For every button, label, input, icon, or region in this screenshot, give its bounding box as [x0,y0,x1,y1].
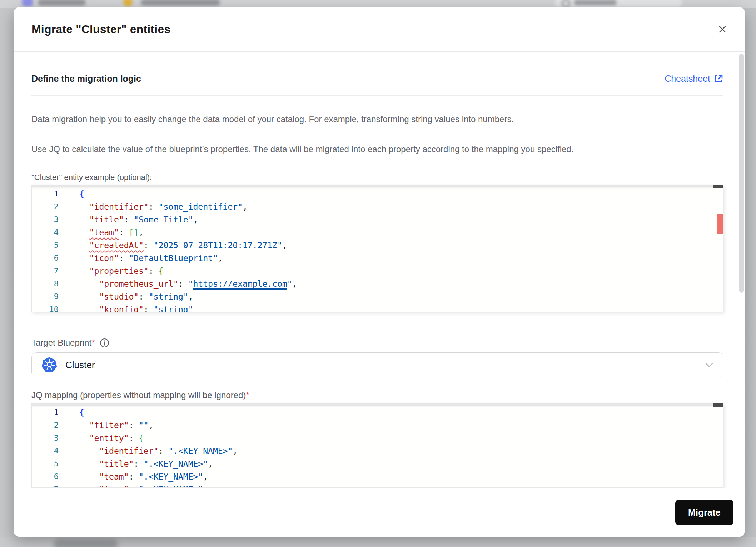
line-number: 1 [32,406,76,419]
code-line: 7 "icon": ".<KEY_NAME>", [32,483,713,488]
code-line: 2 "filter": "", [32,419,713,432]
close-button[interactable] [716,23,728,35]
description-paragraph: Use JQ to calculate the value of the blu… [31,143,723,155]
line-number: 5 [32,457,76,470]
code-line: 3 "title": "Some Title", [32,213,713,226]
editor-scrollbar-thumb[interactable] [713,403,723,407]
migrate-entities-modal: Migrate "Cluster" entities Define the mi… [14,7,745,537]
jq-mapping-label: JQ mapping (properties without mapping w… [31,390,723,401]
cheatsheet-link[interactable]: Cheatsheet [665,73,723,84]
kubernetes-icon [42,357,57,372]
editor-scrollbar-thumb[interactable] [713,185,723,188]
error-marker [717,214,723,234]
code-lines: 1{2 "identifier": "some_identifier",3 "t… [32,187,713,312]
section-heading: Define the migration logic [31,73,141,84]
background-page-bottom [0,537,756,547]
line-number: 3 [32,432,76,445]
code-text: "studio": "string", [76,290,193,303]
line-number: 5 [32,239,76,252]
code-line: 2 "identifier": "some_identifier", [32,200,713,213]
background-search-text [574,0,617,5]
code-text: "icon": "DefaultBlueprint", [76,252,223,265]
editor-overview-ruler [713,185,723,312]
close-icon [717,24,728,35]
code-line: 7 "properties": { [32,265,713,277]
modal-header: Migrate "Cluster" entities [14,7,745,52]
line-number: 4 [32,445,76,457]
code-text: "icon": ".<KEY_NAME>", [76,483,208,488]
line-number: 2 [32,419,76,432]
code-line: 8 "prometheus_url": "https://example.com… [32,277,713,290]
jq-mapping-code-editor[interactable]: 1{2 "filter": "",3 "entity": {4 "identif… [31,403,723,488]
code-text: "filter": "", [76,419,154,432]
cheatsheet-label: Cheatsheet [665,73,710,84]
code-text: { [76,187,84,200]
line-number: 9 [32,290,76,303]
target-blueprint-value: Cluster [65,360,95,371]
screen: Migrate "Cluster" entities Define the mi… [0,0,756,547]
description-paragraph: Data migration help you to easily change… [31,113,723,125]
line-number: 4 [32,226,76,239]
modal-body: Define the migration logic Cheatsheet Da… [14,73,745,488]
code-text: "identifier": "some_identifier", [76,200,248,213]
external-link-icon [714,74,723,84]
line-number: 6 [32,252,76,265]
code-line: 9 "studio": "string", [32,290,713,303]
background-nav-text [38,0,86,6]
required-asterisk: * [246,390,249,400]
line-number: 10 [32,303,76,312]
background-content-blob [54,539,118,547]
line-number: 7 [32,265,76,277]
code-text: "createdAt": "2025-07-28T11:20:17.271Z", [76,239,287,252]
code-text: { [76,406,84,419]
code-line: 3 "entity": { [32,432,713,445]
code-line: 5 "createdAt": "2025-07-28T11:20:17.271Z… [32,239,713,252]
code-line: 4 "team": [], [32,226,713,239]
code-line: 4 "identifier": ".<KEY_NAME>", [32,445,713,457]
code-line: 1{ [32,406,713,419]
target-blueprint-label: Target Blueprint* [31,337,95,348]
target-blueprint-select[interactable]: Cluster [31,352,723,377]
line-number: 6 [32,470,76,483]
modal-footer: Migrate [14,488,745,537]
line-number: 7 [32,483,76,488]
info-icon[interactable] [100,338,109,348]
code-text: "properties": { [76,265,163,277]
line-number: 2 [32,200,76,213]
modal-scrollbar-thumb[interactable] [739,54,744,293]
background-tab-icon [123,0,133,6]
code-line: 6 "icon": "DefaultBlueprint", [32,252,713,265]
code-text: "title": ".<KEY_NAME>", [76,457,213,470]
code-text: "kconfig": "string" [76,303,193,312]
line-number: 1 [32,187,76,200]
code-text: "prometheus_url": "https://example.com", [76,277,297,290]
migrate-button[interactable]: Migrate [675,500,733,525]
background-page-topbar [0,0,756,8]
background-app-icon [22,0,33,6]
code-lines: 1{2 "filter": "",3 "entity": {4 "identif… [32,406,713,488]
target-blueprint-label-row: Target Blueprint* [31,337,723,348]
editor-overview-ruler [713,403,723,487]
code-text: "team": ".<KEY_NAME>", [76,470,208,483]
code-line: 5 "title": ".<KEY_NAME>", [32,457,713,470]
code-line: 6 "team": ".<KEY_NAME>", [32,470,713,483]
code-line: 1{ [32,187,713,200]
background-nav-text [141,0,220,6]
line-number: 8 [32,277,76,290]
code-text: "title": "Some Title", [76,213,198,226]
section-divider [31,95,723,96]
chevron-down-icon [705,363,713,367]
code-text: "team": [], [76,226,144,239]
entity-example-label: "Cluster" entity example (optional): [31,172,723,182]
code-line: 10 "kconfig": "string" [32,303,713,312]
required-asterisk: * [91,338,95,347]
line-number: 3 [32,213,76,226]
modal-title: Migrate "Cluster" entities [31,23,170,36]
code-text: "identifier": ".<KEY_NAME>", [76,445,238,457]
code-text: "entity": { [76,432,144,445]
entity-example-code-editor[interactable]: 1{2 "identifier": "some_identifier",3 "t… [31,185,723,312]
